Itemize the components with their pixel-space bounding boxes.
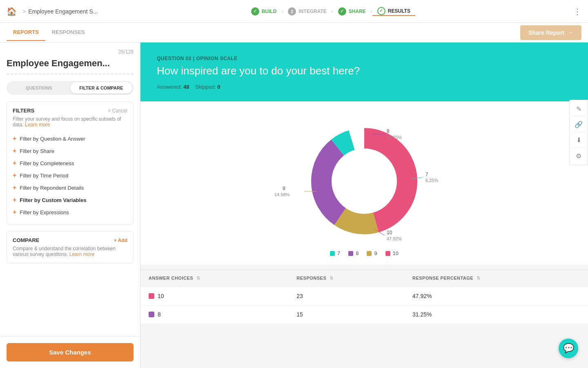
label-value-8: 8 [387, 128, 390, 134]
table-header-row: ANSWER CHOICES ⇅ RESPONSES ⇅ RESPONSE PE… [140, 270, 588, 287]
responses-cell-8: 15 [288, 305, 404, 324]
plus-icon-3: + [13, 159, 16, 167]
row-color-8 [149, 312, 154, 317]
row-color-10 [149, 293, 154, 299]
step-share-label: SHARE [349, 9, 366, 14]
toggle-filter-compare[interactable]: FILTER & COMPARE [70, 82, 133, 94]
legend-label-7: 7 [337, 250, 340, 256]
breadcrumb-title: Employee Engagement S... [28, 8, 98, 15]
main-content: QUESTION 02 | OPINION SCALE How inspired… [140, 43, 588, 368]
step-results-label: RESULTS [388, 8, 410, 14]
step-integrate[interactable]: 2 INTEGRATE [283, 7, 331, 16]
pct-cell-8: 31.25% [404, 305, 588, 324]
step-results[interactable]: ✓ RESULTS [372, 7, 415, 16]
legend-color-7 [330, 251, 335, 256]
compare-title: COMPARE [13, 237, 39, 243]
toggle-questions[interactable]: QUESTIONS [8, 82, 70, 94]
step-integrate-icon: 2 [288, 7, 296, 16]
answer-cell-8: 8 [140, 305, 288, 324]
step-build[interactable]: ✓ BUILD [246, 7, 282, 16]
step-share-icon: ✓ [338, 7, 346, 16]
sidebar: 26/128 Employee Engagemen... QUESTIONS F… [0, 43, 140, 368]
table-row: 10 23 47.92% [140, 287, 588, 305]
share-report-label: Share Report [528, 29, 564, 36]
chart-area: 8 31.25% 7 6.25% 10 47.92% 9 14.58% [140, 101, 588, 265]
step-build-label: BUILD [262, 9, 277, 14]
col-responses[interactable]: RESPONSES ⇅ [288, 270, 404, 287]
compare-panel: COMPARE + Add Compare & understand the c… [7, 231, 134, 263]
chart-actions: ✎ 🔗 ⬇ ⚙ [569, 100, 588, 165]
responses-cell-10: 23 [288, 287, 404, 305]
legend-item-7: 7 [330, 250, 340, 256]
compare-description: Compare & understand the correlation bet… [13, 246, 127, 257]
tab-reports[interactable]: REPORTS [7, 24, 45, 41]
pct-cell-10: 47.92% [404, 287, 588, 305]
cancel-filter-button[interactable]: × Cancel [108, 108, 127, 114]
filter-share[interactable]: + Filter by Share [13, 145, 127, 157]
step-build-icon: ✓ [251, 7, 259, 16]
home-icon[interactable]: 🏠 [7, 7, 17, 16]
plus-icon-6: + [13, 196, 16, 204]
legend-label-9: 9 [374, 250, 377, 256]
filter-custom-variables[interactable]: + Filter by Custom Variables [13, 194, 127, 206]
legend-label-10: 10 [393, 250, 399, 256]
donut-svg: 8 31.25% 7 6.25% 10 47.92% 9 14.58% [258, 110, 470, 249]
compare-learn-more-link[interactable]: Learn more [69, 251, 94, 257]
filters-learn-more-link[interactable]: Learn more [25, 122, 50, 128]
label-value-9: 9 [283, 186, 285, 191]
download-icon[interactable]: ⬇ [571, 133, 586, 148]
filter-time-period[interactable]: + Filter by Time Period [13, 169, 127, 182]
chat-bubble-button[interactable]: 💬 [559, 339, 578, 358]
question-text: How inspired are you to do your best her… [157, 65, 572, 77]
tab-responses[interactable]: RESPONSES [45, 24, 91, 41]
legend-color-9 [367, 251, 372, 256]
question-label: QUESTION 02 | OPINION SCALE [157, 56, 572, 61]
response-table: ANSWER CHOICES ⇅ RESPONSES ⇅ RESPONSE PE… [140, 269, 588, 323]
sort-icon-2: ⇅ [330, 276, 334, 280]
more-options-icon[interactable]: ⋮ [573, 7, 581, 16]
filter-question-answer[interactable]: + Filter by Question & Answer [13, 132, 127, 145]
chart-legend: 7 8 9 10 [330, 250, 399, 256]
label-pct-10: 47.92% [387, 236, 402, 241]
col-answer-choices[interactable]: ANSWER CHOICES ⇅ [140, 270, 288, 287]
compare-add-button[interactable]: + Add [114, 238, 127, 243]
link-icon[interactable]: 🔗 [571, 117, 586, 132]
chat-icon: 💬 [563, 343, 574, 354]
label-value-7: 7 [425, 172, 428, 177]
col-response-pct[interactable]: RESPONSE PERCENTAGE ⇅ [404, 270, 588, 287]
plus-icon-4: + [13, 172, 16, 179]
share-report-button[interactable]: Share Report → [520, 25, 581, 40]
main-layout: 26/128 Employee Engagemen... QUESTIONS F… [0, 43, 588, 368]
step-integrate-label: INTEGRATE [298, 9, 326, 14]
save-changes-button[interactable]: Save Changes [7, 343, 134, 361]
stepper: ✓ BUILD › 2 INTEGRATE › ✓ SHARE › ✓ RESU… [246, 7, 415, 16]
main-tabs: REPORTS RESPONSES Share Report → [0, 23, 588, 43]
plus-icon-7: + [13, 209, 16, 216]
settings-icon[interactable]: ⚙ [571, 148, 586, 163]
label-pct-8: 31.25% [387, 135, 402, 140]
question-stats: Answered: 48 Skipped: 0 [157, 84, 572, 90]
label-pct-9: 14.58% [274, 192, 290, 197]
plus-icon-2: + [13, 147, 16, 155]
plus-icon: + [13, 135, 16, 142]
survey-meta: 26/128 [7, 49, 134, 55]
survey-title: Employee Engagemen... [7, 58, 134, 74]
answer-cell-10: 10 [140, 287, 288, 305]
step-results-icon: ✓ [377, 7, 385, 15]
table-row: 8 15 31.25% [140, 305, 588, 324]
share-report-arrow: → [568, 29, 573, 36]
filter-respondent-details[interactable]: + Filter by Repondent Details [13, 182, 127, 194]
filters-description: Filter your survey and focus on specific… [13, 116, 127, 128]
filters-panel-header: FILTERS × Cancel [13, 108, 127, 114]
top-nav: 🏠 > Employee Engagement S... ✓ BUILD › 2… [0, 0, 588, 23]
legend-label-8: 8 [356, 250, 359, 256]
compare-panel-header: COMPARE + Add [13, 237, 127, 243]
filter-expressions[interactable]: + Filter by Expressions [13, 206, 127, 218]
donut-hole [332, 149, 396, 213]
step-share[interactable]: ✓ SHARE [333, 7, 371, 16]
filter-completeness[interactable]: + Filter by Completeness [13, 157, 127, 169]
edit-icon[interactable]: ✎ [571, 102, 586, 117]
label-pct-7: 6.25% [425, 178, 438, 183]
breadcrumb-separator: > [22, 8, 26, 15]
filters-title: FILTERS [13, 108, 34, 114]
